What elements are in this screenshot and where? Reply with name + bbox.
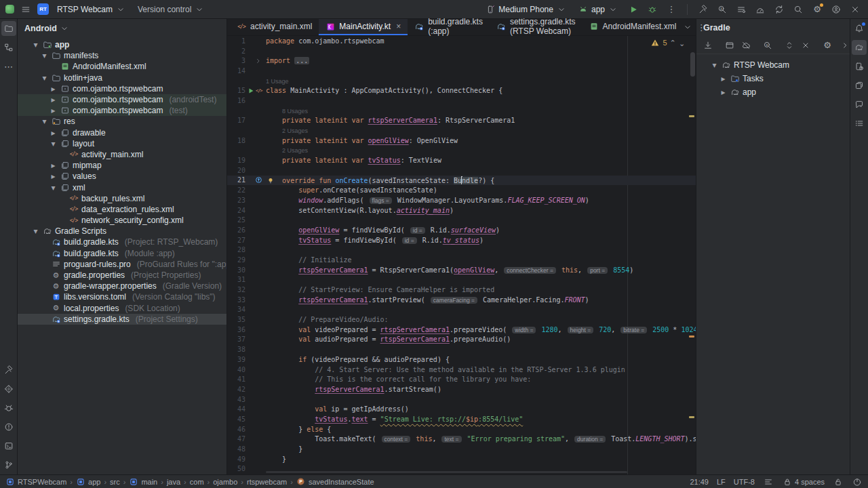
horizontal-scrollbar[interactable]	[266, 471, 627, 473]
code-text[interactable]: Toast.makeText( context = this, text = "…	[266, 435, 696, 443]
git-branch-icon[interactable]	[1, 458, 16, 472]
tree-chevron-icon[interactable]: ▾	[32, 40, 39, 49]
code-editor[interactable]: 5 ⌃ ⌃ 1package com.ojambo.rtspwebcam23im…	[227, 36, 696, 474]
code-text[interactable]: } else {	[266, 426, 696, 433]
run-button[interactable]	[626, 2, 641, 17]
code-line-19[interactable]: 19 private lateinit var tvStatus: TextVi…	[227, 155, 696, 165]
code-line-24[interactable]: 24 setContentView(R.layout.activity_main…	[227, 205, 696, 216]
code-line-18[interactable]: 18 private lateinit var openGlView: Open…	[227, 136, 696, 146]
breadcrumb-item-java[interactable]: java	[167, 478, 180, 486]
line-number[interactable]: 22	[227, 186, 248, 194]
code-line-29[interactable]: 29 // Initialize	[227, 255, 696, 265]
main-menu-icon[interactable]	[18, 2, 33, 17]
intention-bulb-icon[interactable]	[267, 177, 274, 186]
tree-item-androidmanifest-xml[interactable]: AndroidManifest.xml	[18, 61, 226, 72]
code-text[interactable]: 1 Usage	[266, 77, 696, 85]
line-number[interactable]: 23	[227, 197, 248, 204]
code-line-26[interactable]: 26 openGlView = findViewById( id = R.id.…	[227, 225, 696, 235]
tree-chevron-icon[interactable]: ▾	[50, 139, 57, 148]
line-number[interactable]: 14	[227, 67, 248, 75]
assistant-icon[interactable]	[852, 97, 867, 112]
line-number[interactable]: 28	[227, 246, 248, 253]
inlay-line[interactable]: 1 Usage	[227, 76, 696, 86]
breadcrumb-item-src[interactable]: src	[110, 478, 120, 486]
line-number[interactable]: 30	[227, 266, 248, 274]
tree-item-manifests[interactable]: ▾manifests	[18, 50, 226, 61]
settings-gear-plain-icon[interactable]: ⚙	[820, 38, 835, 53]
close-icon[interactable]	[848, 2, 863, 17]
code-line-40[interactable]: 40 // 4. Start Server: Use the method av…	[227, 365, 696, 375]
logcat-icon[interactable]	[1, 401, 16, 415]
code-line-23[interactable]: 23 window.addFlags( flags = WindowManage…	[227, 195, 696, 205]
more-icon[interactable]: ⋯	[1, 59, 16, 74]
code-text[interactable]: openGlView = findViewById( id = R.id.sur…	[266, 226, 696, 234]
code-line-47[interactable]: 47 Toast.makeText( context = this, text …	[227, 434, 696, 445]
tree-item-com-ojambo-rtspwebcam-androidtest[interactable]: ▸com.ojambo.rtspwebcam(androidTest)	[18, 94, 226, 105]
tree-item-com-ojambo-rtspwebcam[interactable]: ▸com.ojambo.rtspwebcam	[18, 83, 226, 94]
code-line-39[interactable]: 39 if (videoPrepared && audioPrepared) {	[227, 354, 696, 365]
code-text[interactable]: // Initialize	[266, 256, 696, 264]
code-text[interactable]: rtspServerCamera1.startStream()	[266, 386, 696, 393]
readonly-toggle-icon[interactable]	[833, 476, 844, 487]
code-line-21[interactable]: 21 override fun onCreate(savedInstanceSt…	[227, 176, 696, 186]
tab-activity-main-xml[interactable]: </>activity_main.xml	[230, 19, 319, 35]
code-line-3[interactable]: 3import ...	[227, 56, 696, 66]
profiler-icon[interactable]	[753, 2, 768, 17]
stripe-warning-mark[interactable]	[689, 115, 694, 117]
line-ending[interactable]: LF	[717, 478, 726, 486]
terminal-icon[interactable]	[1, 439, 16, 453]
notifications-icon[interactable]	[852, 21, 867, 36]
app-quality-insights-icon[interactable]	[1, 382, 16, 396]
tree-chevron-icon[interactable]: ▸	[50, 128, 57, 138]
code-text[interactable]: tvStatus = findViewById( id = R.id.tv_st…	[266, 237, 696, 244]
tree-chevron-icon[interactable]: ▸	[50, 106, 57, 115]
prev-problem-icon[interactable]: ⌃	[670, 39, 676, 47]
line-number[interactable]: 43	[227, 396, 248, 403]
code-text[interactable]: rtspServerCamera1 = RtspServerCamera1(op…	[266, 266, 696, 274]
code-line-20[interactable]: 20	[227, 165, 696, 176]
line-number[interactable]: 34	[227, 306, 248, 313]
tree-item-build-gradle-kts-module-app[interactable]: build.gradle.kts(Module :app)	[18, 248, 226, 259]
line-number[interactable]: 1	[227, 37, 248, 45]
encoding[interactable]: UTF-8	[734, 478, 755, 486]
search-everywhere-icon[interactable]	[791, 2, 806, 17]
inspect-code-icon[interactable]: A	[715, 2, 730, 17]
tree-item-app[interactable]: ▾app	[18, 39, 226, 50]
fold-icon[interactable]	[254, 57, 262, 65]
line-number[interactable]: 20	[227, 167, 248, 174]
tab-androidmanifest-xml[interactable]: AndroidManifest.xml	[583, 19, 684, 35]
device-explorer-icon[interactable]	[852, 78, 867, 93]
code-text[interactable]: private lateinit var rtspServerCamera1: …	[266, 117, 696, 124]
breadcrumb-item-ojambo[interactable]: ojambo	[213, 478, 237, 486]
tree-item-drawable[interactable]: ▸drawable	[18, 127, 226, 138]
build-hammer-icon[interactable]	[696, 2, 711, 17]
tree-item-layout[interactable]: ▾layout	[18, 138, 226, 149]
code-text[interactable]: // StartPreview: Ensure CameraHelper is …	[266, 286, 696, 293]
line-number[interactable]: 2	[227, 47, 248, 55]
sync-download-icon[interactable]	[701, 38, 715, 53]
offline-mode-icon[interactable]	[738, 38, 753, 53]
tree-item-gradle-properties-project-properties[interactable]: ⚙gradle.properties(Project Properties)	[18, 270, 226, 281]
code-text[interactable]: tvStatus.text = "Stream Live: rtsp://$ip…	[266, 415, 696, 423]
code-line-15[interactable]: 15</>class MainActivity : AppCompatActiv…	[227, 85, 696, 96]
overriding-method-icon[interactable]	[254, 176, 262, 184]
tree-chevron-icon[interactable]: ▸	[50, 161, 57, 170]
code-line-37[interactable]: 37 val audioPrepared = rtspServerCamera1…	[227, 335, 696, 345]
code-line-16[interactable]: 16	[227, 96, 696, 106]
line-number[interactable]: 16	[227, 97, 248, 104]
code-text[interactable]: val videoPrepared = rtspServerCamera1.pr…	[266, 326, 696, 333]
code-text[interactable]: // 4. Start Server: Use the method avail…	[266, 366, 696, 373]
code-line-22[interactable]: 22 super.onCreate(savedInstanceState)	[227, 185, 696, 195]
stripe-warning-mark[interactable]	[689, 416, 694, 418]
todo-list-icon[interactable]	[734, 2, 749, 17]
line-number[interactable]: 33	[227, 296, 248, 304]
run-config-selector[interactable]: app	[574, 3, 622, 16]
breadcrumb-item-main[interactable]: main	[129, 477, 157, 487]
code-line-34[interactable]: 34	[227, 305, 696, 315]
inlay-line[interactable]: 2 Usages	[227, 146, 696, 156]
line-number[interactable]: 47	[227, 435, 248, 443]
line-number[interactable]: 46	[227, 426, 248, 433]
tree-item-backup-rules-xml[interactable]: </>backup_rules.xml	[18, 193, 226, 204]
code-text[interactable]: import ...	[266, 57, 696, 64]
tree-chevron-icon[interactable]: ▸	[719, 87, 727, 97]
